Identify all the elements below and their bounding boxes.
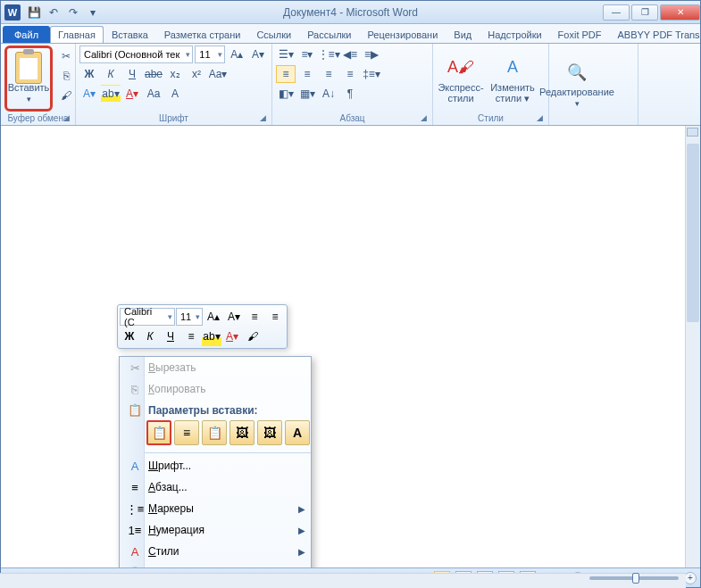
decrease-indent-icon[interactable]: ◀≡ [340,46,360,63]
zoom-in-button[interactable]: + [684,572,697,584]
italic-button[interactable]: К [101,65,121,83]
tab-home[interactable]: Главная [50,26,104,43]
scrollbar-thumb[interactable] [687,144,699,322]
tab-file[interactable]: Файл [3,26,50,43]
subscript-button[interactable]: x₂ [165,65,185,83]
clear-format-icon[interactable]: Aa [144,85,163,103]
font-launcher-icon[interactable]: ◢ [260,113,266,122]
cm-styles[interactable]: A Стили ▶ [120,541,311,562]
shrink-font-icon[interactable]: A▾ [248,46,268,63]
change-case-icon[interactable]: Aa▾ [208,65,228,83]
cm-bullets[interactable]: ⋮≡ Маркеры ▶ [120,498,311,519]
tab-references[interactable]: Ссылки [248,26,299,43]
paste-link-icon[interactable]: 🖼 [257,420,282,445]
paste-button[interactable]: Вставить▾ [4,46,53,112]
line-spacing-icon[interactable]: ‡≡▾ [362,65,381,83]
save-icon[interactable]: 💾 [26,4,42,21]
mini-font-combo[interactable]: Calibri (С [120,308,175,326]
cut-icon[interactable]: ✂ [56,47,76,65]
grow-font-icon[interactable]: A▴ [227,46,246,63]
tab-insert[interactable]: Вставка [104,26,156,43]
font-name-combo[interactable]: Calibri (Основной тек [79,46,193,63]
editing-button[interactable]: 🔍 Редактирование▾ [553,46,601,121]
submenu-arrow-icon: ▶ [298,526,305,535]
maximize-button[interactable]: ❐ [631,4,658,21]
context-menu: ✂ Вырезать ⎘ Копировать 📋 Параметры вста… [119,356,312,567]
paste-merge-icon[interactable]: ≡ [174,420,199,445]
superscript-button[interactable]: x² [187,65,206,83]
word-app-icon[interactable]: W [4,4,21,21]
undo-icon[interactable]: ↶ [46,4,62,21]
paste-keep-source-icon[interactable]: 📋 [146,420,171,445]
cm-font[interactable]: A Шрифт... [120,455,311,476]
mini-size-combo[interactable]: 11 [176,308,203,326]
paste-picture-icon[interactable]: 🖼 [229,420,255,445]
cm-paste-header: Параметры вставки: [145,404,258,417]
minimize-button[interactable]: — [603,4,630,21]
paste-use-dest-icon[interactable]: 📋 [202,420,227,445]
text-effects-icon[interactable]: A▾ [79,85,99,103]
tab-foxit[interactable]: Foxit PDF [550,26,610,43]
split-handle-icon[interactable] [687,128,698,137]
paste-text-only-icon[interactable]: A [285,420,310,445]
qat-more-icon[interactable]: ▾ [85,4,101,21]
horizontal-scrollbar[interactable] [0,573,686,588]
mini-underline-button[interactable]: Ч [161,327,180,346]
quick-styles-button[interactable]: A🖌 Экспресс-стили [437,46,485,112]
cm-numbering[interactable]: 1≡ Нумерация ▶ [120,519,311,541]
cm-hyperlink[interactable]: 🌐 Гиперссылка... [120,562,311,567]
mini-bold-button[interactable]: Ж [120,327,139,346]
cm-paragraph[interactable]: ≡ Абзац... [120,476,311,498]
tab-mailings[interactable]: Рассылки [299,26,359,43]
tab-view[interactable]: Вид [446,26,480,43]
tab-layout[interactable]: Разметка страни [156,26,249,43]
mini-highlight-icon[interactable]: ab▾ [202,327,221,346]
close-button[interactable]: ✕ [660,4,700,21]
mini-italic-button[interactable]: К [140,327,160,346]
styles-launcher-icon[interactable]: ◢ [537,113,543,122]
tab-addins[interactable]: Надстройки [480,26,549,43]
tab-review[interactable]: Рецензировани [360,26,446,43]
app-window: W 💾 ↶ ↷ ▾ Документ4 - Microsoft Word — ❐… [0,0,701,588]
tab-abbyy[interactable]: ABBYY PDF Trans [610,26,701,43]
underline-button[interactable]: Ч [122,65,142,83]
copy-icon[interactable]: ⎘ [56,67,76,85]
justify-icon[interactable]: ≡ [340,65,360,83]
bold-button[interactable]: Ж [79,65,99,83]
align-right-icon[interactable]: ≡ [319,65,338,83]
group-font: Calibri (Основной тек 11 A▴ A▾ Ж К Ч abe… [76,44,272,125]
font-color-icon[interactable]: A▾ [122,85,142,103]
group-label-editing [553,121,634,125]
zoom-thumb[interactable] [632,573,639,584]
vertical-scrollbar[interactable] [685,126,700,567]
strikethrough-button[interactable]: abe [144,65,163,83]
format-painter-icon[interactable]: 🖌 [56,87,76,104]
mini-fontcolor-icon[interactable]: A▾ [222,327,242,346]
bullets-icon[interactable]: ☰▾ [276,46,296,63]
char-border-icon[interactable]: A [165,85,185,103]
numbering-icon[interactable]: ≡▾ [297,46,317,63]
shading-icon[interactable]: ◧▾ [276,85,296,103]
multilevel-icon[interactable]: ⋮≡▾ [319,46,338,63]
mini-shrink-icon[interactable]: A▾ [224,307,244,327]
document-area[interactable]: Calibri (С 11 A▴ A▾ ≡ ≡ Ж К Ч ≡ ab▾ A▾ 🖌… [1,126,700,567]
change-styles-button[interactable]: A Изменить стили ▾ [488,46,537,112]
mini-grow-icon[interactable]: A▴ [204,307,223,327]
clipboard-launcher-icon[interactable]: ◢ [63,113,70,122]
mini-format-painter-icon[interactable]: 🖌 [243,327,263,346]
mini-styles-icon[interactable]: ≡ [245,307,264,327]
show-marks-icon[interactable]: ¶ [340,85,360,103]
align-left-icon[interactable]: ≡ [276,65,296,83]
sort-icon[interactable]: A↓ [319,85,338,103]
paragraph-launcher-icon[interactable]: ◢ [421,113,427,122]
increase-indent-icon[interactable]: ≡▶ [362,46,381,63]
font-size-combo[interactable]: 11 [195,46,225,63]
mini-indent-icon[interactable]: ≡ [265,307,285,327]
zoom-slider[interactable] [589,576,679,580]
highlight-icon[interactable]: ab▾ [101,85,121,103]
align-center-icon[interactable]: ≡ [297,65,317,83]
borders-icon[interactable]: ▦▾ [297,85,317,103]
mini-center-icon[interactable]: ≡ [181,327,201,346]
group-label-clipboard: Буфер обмена◢ [4,112,71,125]
redo-icon[interactable]: ↷ [65,4,81,21]
